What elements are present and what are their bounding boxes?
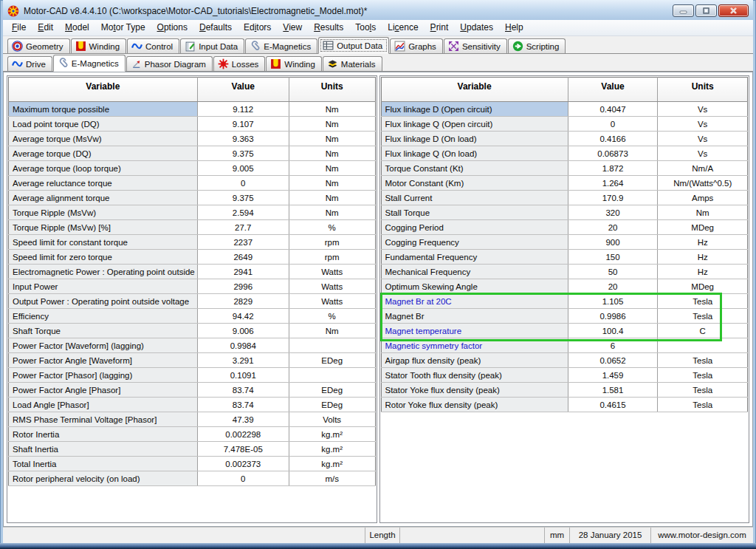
table-row-speed-limit-for-constant-torque[interactable]: Speed limit for constant torque2237rpm [9, 235, 376, 250]
tab-geometry[interactable]: Geometry [7, 38, 70, 53]
menu-options[interactable]: Options [151, 20, 193, 35]
table-row-power-factor-waveform-lagging[interactable]: Power Factor [Waveform] (lagging)0.9984 [9, 338, 376, 353]
table-row-average-reluctance-torque[interactable]: Average reluctance torque0Nm [9, 176, 376, 191]
value-cell: 0 [197, 471, 289, 486]
materials-icon [327, 58, 338, 69]
table-row-stall-current[interactable]: Stall Current170.9Amps [381, 191, 748, 205]
menu-help[interactable]: Help [499, 20, 529, 35]
table-row-power-factor-phasor-lagging[interactable]: Power Factor [Phasor] (lagging)0.1091 [9, 368, 376, 383]
table-row-speed-limit-for-zero-torque[interactable]: Speed limit for zero torque2649rpm [9, 250, 376, 265]
table-row-output-power-operating-point-outside-voltage[interactable]: Output Power : Operating point outside v… [9, 294, 376, 309]
menu-editors[interactable]: Editors [238, 20, 277, 35]
units-cell: Nm [289, 161, 375, 176]
menu-licence[interactable]: Licence [382, 20, 424, 35]
menu-tools[interactable]: Tools [349, 20, 382, 35]
menu-view[interactable]: View [277, 20, 308, 35]
tab-output-data[interactable]: Output Data [318, 37, 389, 54]
table-row-flux-linkage-d-open-circuit[interactable]: Flux linkage D (Open circuit)0.4047Vs [381, 102, 748, 117]
table-row-total-inertia[interactable]: Total Inertia0.002373kg.m² [9, 457, 376, 471]
table-row-load-angle-phasor[interactable]: Load Angle [Phasor]83.74EDeg [9, 398, 376, 412]
tab-label: Sensitivity [462, 42, 501, 51]
value-cell: 0 [197, 176, 289, 191]
table-row-rotor-peripheral-velocity-on-load[interactable]: Rotor peripheral velocity (on load)0m/s [9, 471, 376, 486]
menu-print[interactable]: Print [425, 20, 455, 35]
table-row-flux-linkage-q-open-circuit[interactable]: Flux linkage Q (Open circuit)0Vs [381, 117, 748, 132]
tab-phasor-diagram[interactable]: Phasor Diagram [126, 56, 213, 71]
table-row-mechanical-frequency[interactable]: Mechanical Frequency50Hz [381, 265, 748, 279]
left-table-panel: Variable Value Units Maximum torque poss… [7, 75, 377, 523]
tab-losses[interactable]: Losses [213, 56, 265, 71]
table-row-rotor-inertia[interactable]: Rotor Inertia0.002298kg.m² [9, 427, 376, 442]
tab-winding[interactable]: Winding [71, 38, 127, 53]
tab-drive[interactable]: Drive [7, 56, 52, 71]
table-header-row: Variable Value Units [9, 78, 376, 102]
table-row-average-torque-dq[interactable]: Average torque (DQ)9.375Nm [9, 146, 376, 161]
table-row-average-alignment-torque[interactable]: Average alignment torque9.375Nm [9, 191, 376, 205]
menu-bar: FileEditModelMotor TypeOptionsDefaultsEd… [3, 20, 753, 36]
minimize-button[interactable] [673, 4, 694, 17]
input-data-icon [185, 41, 196, 52]
menu-edit[interactable]: Edit [32, 20, 59, 35]
menu-defaults[interactable]: Defaults [193, 20, 238, 35]
tab-label: Output Data [337, 41, 382, 50]
value-cell: 0.4615 [568, 398, 658, 412]
table-row-electromagnetic-power-operating-point-outside[interactable]: Electromagnetic Power : Operating point … [9, 265, 376, 279]
menu-motor-type[interactable]: Motor Type [95, 20, 151, 35]
table-row-flux-linkage-q-on-load[interactable]: Flux linkage Q (On load)0.06873Vs [381, 146, 748, 161]
table-row-cogging-frequency[interactable]: Cogging Frequency900Hz [381, 235, 748, 250]
table-row-shaft-torque[interactable]: Shaft Torque9.006Nm [9, 324, 376, 338]
table-row-magnetic-symmetry-factor[interactable]: Magnetic symmetry factor6 [381, 338, 748, 353]
table-row-optimum-skewing-angle[interactable]: Optimum Skewing Angle20MDeg [381, 279, 748, 294]
tab-label: Drive [26, 60, 46, 69]
tab-materials[interactable]: Materials [323, 56, 382, 71]
table-row-torque-ripple-msvw[interactable]: Torque Ripple (MsVw)2.594Nm [9, 205, 376, 220]
table-row-input-power[interactable]: Input Power2996Watts [9, 279, 376, 294]
menu-model[interactable]: Model [59, 20, 95, 35]
tab-graphs[interactable]: Graphs [390, 38, 443, 53]
variable-cell: Power Factor [Waveform] (lagging) [9, 338, 198, 353]
table-row-shaft-inertia[interactable]: Shaft Inertia7.478E-05kg.m² [9, 442, 376, 457]
table-row-cogging-period[interactable]: Cogging Period20MDeg [381, 220, 748, 235]
table-row-average-torque-msvw[interactable]: Average torque (MsVw)9.363Nm [9, 132, 376, 146]
table-row-magnet-temperature[interactable]: Magnet temperature100.4C [381, 324, 748, 338]
value-cell: 50 [568, 265, 658, 279]
units-cell: Hz [658, 265, 748, 279]
menu-updates[interactable]: Updates [454, 20, 499, 35]
tab-scripting[interactable]: Scripting [508, 38, 566, 53]
tab-label: E-Magnetics [264, 42, 311, 51]
table-row-rotor-yoke-flux-density-peak[interactable]: Rotor Yoke flux density (peak)0.4615Tesl… [381, 398, 748, 412]
table-row-flux-linkage-d-on-load[interactable]: Flux linkage D (On load)0.4166Vs [381, 132, 748, 146]
tab-sensitivity[interactable]: Sensitivity [444, 38, 507, 53]
table-row-fundamental-frequency[interactable]: Fundamental Frequency150Hz [381, 250, 748, 265]
table-row-stall-torque[interactable]: Stall Torque320Nm [381, 205, 748, 220]
units-cell: kg.m² [289, 427, 375, 442]
table-row-maximum-torque-possible[interactable]: Maximum torque possible9.112Nm [9, 102, 376, 117]
table-row-magnet-br-at-20c[interactable]: Magnet Br at 20C1.105Tesla [381, 294, 748, 309]
table-row-power-factor-angle-waveform[interactable]: Power Factor Angle [Waveform]3.291EDeg [9, 353, 376, 368]
table-row-motor-constant-km[interactable]: Motor Constant (Km)1.264Nm/(Watts^0.5) [381, 176, 748, 191]
table-row-load-point-torque-dq[interactable]: Load point torque (DQ)9.107Nm [9, 117, 376, 132]
menu-file[interactable]: File [6, 20, 32, 35]
table-row-stator-yoke-flux-density-peak[interactable]: Stator Yoke flux density (peak)1.581Tesl… [381, 383, 748, 398]
tab-input-data[interactable]: Input Data [180, 38, 244, 53]
tab-e-magnetics[interactable]: E-Magnetics [53, 55, 126, 72]
tab-winding[interactable]: Winding [266, 56, 322, 71]
maximize-button[interactable] [695, 4, 717, 17]
table-row-power-factor-angle-phasor[interactable]: Power Factor Angle [Phasor]83.74EDeg [9, 383, 376, 398]
table-row-airgap-flux-density-peak[interactable]: Airgap flux density (peak)0.0652Tesla [381, 353, 748, 368]
tab-e-magnetics[interactable]: E-Magnetics [245, 38, 317, 53]
table-row-torque-constant-kt[interactable]: Torque Constant (Kt)1.872Nm/A [381, 161, 748, 176]
table-row-magnet-br[interactable]: Magnet Br0.9986Tesla [381, 309, 748, 324]
table-row-torque-ripple-msvw[interactable]: Torque Ripple (MsVw) [%]27.7% [9, 220, 376, 235]
e-magnetics-icon [250, 41, 261, 52]
menu-results[interactable]: Results [308, 20, 349, 35]
table-row-stator-tooth-flux-density-peak[interactable]: Stator Tooth flux density (peak)1.459Tes… [381, 368, 748, 383]
table-row-rms-phase-terminal-voltage-phasor[interactable]: RMS Phase Terminal Voltage [Phasor]47.39… [9, 412, 376, 427]
variable-cell: Speed limit for constant torque [9, 235, 198, 250]
value-cell: 0.06873 [568, 146, 658, 161]
close-button[interactable] [718, 4, 749, 17]
tab-control[interactable]: Control [127, 38, 179, 53]
table-row-average-torque-loop-torque[interactable]: Average torque (loop torque)9.005Nm [9, 161, 376, 176]
table-row-efficiency[interactable]: Efficiency94.42% [9, 309, 376, 324]
units-cell: Amps [658, 191, 748, 205]
